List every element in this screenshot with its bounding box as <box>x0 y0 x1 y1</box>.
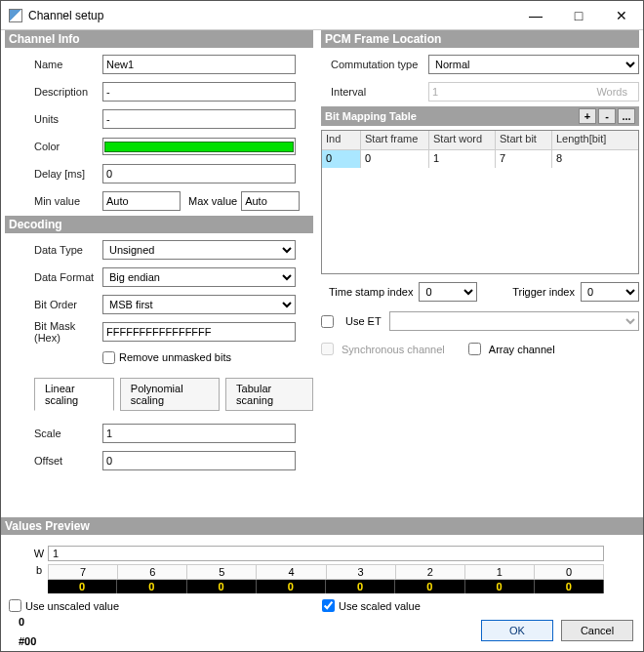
color-picker[interactable] <box>102 138 296 155</box>
bitmap-del-button[interactable]: - <box>598 108 616 124</box>
bit-value: 0 <box>187 580 257 593</box>
bit-value: 0 <box>535 580 604 593</box>
decoding-header: Decoding <box>5 216 313 233</box>
tab-polynomial-scaling[interactable]: Polynomial scaling <box>120 378 220 411</box>
w-label: W <box>30 548 48 559</box>
bit-value: 0 <box>117 580 186 593</box>
bitmap-add-button[interactable]: + <box>579 108 596 124</box>
preview-hex: #00 <box>19 635 36 647</box>
cell-length[interactable]: 8 <box>552 150 638 168</box>
bit-header: 0 <box>535 564 604 580</box>
ok-button[interactable]: OK <box>481 620 553 641</box>
use-unscaled-checkbox[interactable] <box>9 599 21 612</box>
interval-units: Words <box>596 86 627 98</box>
values-preview-header: Values Preview <box>1 517 643 535</box>
bitmap-header-text: Bit Mapping Table <box>325 110 417 122</box>
bit-value: 0 <box>395 580 464 593</box>
max-input[interactable] <box>241 191 300 211</box>
description-label: Description <box>5 86 102 98</box>
bit-header: 2 <box>396 564 465 580</box>
tab-linear-scaling[interactable]: Linear scaling <box>34 378 114 411</box>
close-button[interactable]: ✕ <box>600 2 643 29</box>
bit-value: 0 <box>465 580 535 593</box>
bitmap-table[interactable]: Ind Start frame Start word Start bit Len… <box>321 130 639 274</box>
datatype-select[interactable]: Unsigned <box>102 240 296 260</box>
offset-label: Offset <box>5 455 102 467</box>
b-label: b <box>30 564 48 593</box>
scale-input[interactable] <box>102 424 296 443</box>
cancel-button[interactable]: Cancel <box>561 620 633 641</box>
bit-value: 0 <box>48 580 117 593</box>
min-label: Min value <box>5 195 102 207</box>
trigger-index-label: Trigger index <box>512 286 575 298</box>
dataformat-select[interactable]: Big endian <box>102 267 296 287</box>
cell-ind[interactable]: 0 <box>322 150 361 168</box>
bitmask-label: Bit Mask (Hex) <box>5 320 102 344</box>
use-et-select <box>389 311 639 331</box>
bit-header: 1 <box>465 564 535 580</box>
interval-label: Interval <box>321 86 428 98</box>
dataformat-label: Data Format <box>5 271 102 283</box>
remove-unmasked-label: Remove unmasked bits <box>119 351 231 363</box>
offset-input[interactable] <box>102 451 296 470</box>
col-start-bit[interactable]: Start bit <box>496 131 552 149</box>
timestamp-index-label: Time stamp index <box>329 286 413 298</box>
table-row[interactable]: 0 0 1 7 8 <box>322 150 638 168</box>
bitmap-more-button[interactable]: ... <box>618 108 635 124</box>
delay-input[interactable] <box>102 164 296 183</box>
bit-header: 5 <box>187 564 257 580</box>
use-unscaled-label: Use unscaled value <box>25 600 119 612</box>
w-value: 1 <box>48 546 604 561</box>
bit-header: 4 <box>257 564 326 580</box>
timestamp-index-select[interactable]: 0 <box>419 282 477 302</box>
col-start-word[interactable]: Start word <box>429 131 496 149</box>
bitorder-select[interactable]: MSB first <box>102 295 296 314</box>
tab-tabular-scanning[interactable]: Tabular scaning <box>225 378 313 411</box>
maximize-button[interactable]: □ <box>557 2 600 29</box>
units-label: Units <box>5 113 102 125</box>
bit-header: 6 <box>118 564 187 580</box>
synchronous-label: Synchronous channel <box>342 344 445 355</box>
col-ind[interactable]: Ind <box>322 131 361 149</box>
remove-unmasked-checkbox[interactable] <box>102 351 115 364</box>
units-input[interactable] <box>102 109 296 129</box>
min-input[interactable] <box>102 191 181 211</box>
col-length[interactable]: Length[bit] <box>552 131 638 149</box>
window-title: Channel setup <box>28 9 514 22</box>
color-swatch <box>104 142 294 152</box>
minimize-button[interactable]: — <box>514 2 557 29</box>
use-scaled-label: Use scaled value <box>339 600 421 612</box>
array-channel-label: Array channel <box>489 344 555 355</box>
preview-decimal: 0 <box>19 616 36 628</box>
commutation-label: Commutation type <box>321 59 428 70</box>
pcm-header: PCM Frame Location <box>321 30 639 48</box>
cell-start-frame[interactable]: 0 <box>361 150 429 168</box>
cell-start-word[interactable]: 1 <box>429 150 496 168</box>
bitmap-header: Bit Mapping Table + - ... <box>321 106 639 126</box>
use-scaled-checkbox[interactable] <box>322 599 335 612</box>
bitmask-input[interactable] <box>102 322 296 342</box>
name-label: Name <box>5 59 102 70</box>
bit-value: 0 <box>326 580 395 593</box>
datatype-label: Data Type <box>5 244 102 256</box>
channel-info-header: Channel Info <box>5 30 313 48</box>
app-icon <box>9 9 22 22</box>
bit-header: 7 <box>48 564 118 580</box>
commutation-select[interactable]: Normal <box>428 55 639 74</box>
name-input[interactable] <box>102 55 296 74</box>
description-input[interactable] <box>102 82 296 102</box>
delay-label: Delay [ms] <box>5 168 102 180</box>
color-label: Color <box>5 141 102 152</box>
col-start-frame[interactable]: Start frame <box>361 131 429 149</box>
trigger-index-select[interactable]: 0 <box>581 282 639 302</box>
synchronous-checkbox <box>321 343 334 355</box>
max-label: Max value <box>188 195 237 207</box>
cell-start-bit[interactable]: 7 <box>496 150 552 168</box>
array-channel-checkbox[interactable] <box>468 343 481 355</box>
scale-label: Scale <box>5 428 102 439</box>
bit-value: 0 <box>257 580 326 593</box>
use-et-label: Use ET <box>345 315 382 327</box>
use-et-checkbox[interactable] <box>321 315 334 328</box>
bitorder-label: Bit Order <box>5 299 102 310</box>
bit-header: 3 <box>327 564 396 580</box>
